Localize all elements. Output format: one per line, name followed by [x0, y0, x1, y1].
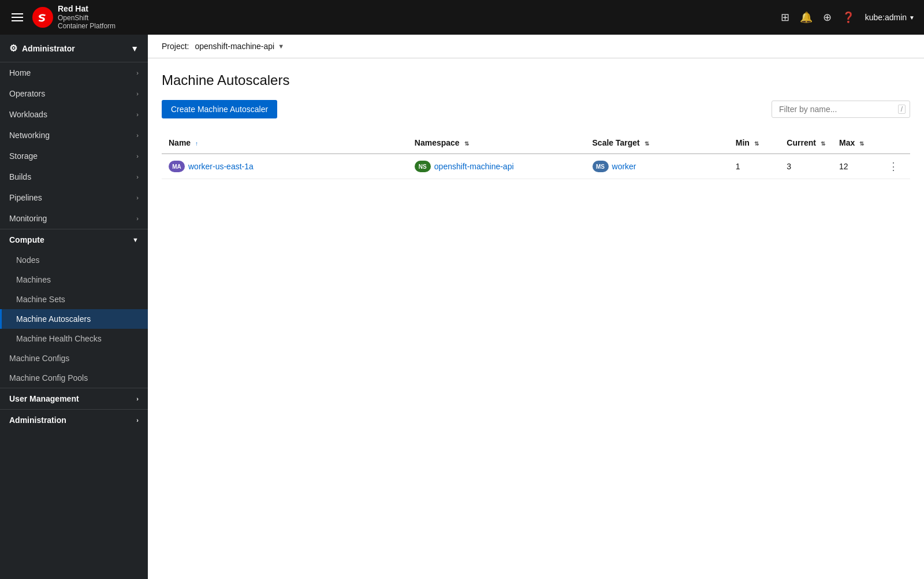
help-icon[interactable]: ❓ [842, 11, 855, 24]
col-header-current[interactable]: Current ⇅ [780, 132, 832, 154]
project-dropdown[interactable]: Project: openshift-machine-api ▼ [162, 42, 284, 51]
redhat-logo [32, 7, 53, 28]
pipelines-chevron: › [136, 194, 139, 201]
sidebar-item-machine-health-checks[interactable]: Machine Health Checks [0, 329, 148, 348]
name-link[interactable]: worker-us-east-1a [188, 162, 254, 171]
sidebar-section-administration[interactable]: Administration › [0, 409, 148, 430]
max-sort-icon: ⇅ [859, 140, 864, 147]
col-header-scale-target[interactable]: Scale Target ⇅ [586, 132, 729, 154]
table-cell-current: 3 [780, 154, 832, 179]
project-dropdown-chevron: ▼ [278, 43, 284, 50]
sidebar-item-machine-configs[interactable]: Machine Configs [0, 348, 148, 368]
sidebar-item-machines[interactable]: Machines [0, 270, 148, 290]
brand-text: Red Hat OpenShift Container Platform [58, 4, 116, 31]
add-icon[interactable]: ⊕ [823, 11, 832, 24]
networking-chevron: › [136, 132, 139, 139]
apps-grid-icon[interactable]: ⊞ [781, 11, 789, 24]
namespace-link[interactable]: openshift-machine-api [434, 162, 514, 171]
sidebar-item-operators[interactable]: Operators › [0, 83, 148, 104]
create-machine-autoscaler-button[interactable]: Create Machine Autoscaler [162, 100, 277, 118]
user-menu[interactable]: kube:admin ▼ [865, 13, 915, 22]
operators-chevron: › [136, 90, 139, 97]
sidebar-item-machine-autoscalers[interactable]: Machine Autoscalers [0, 309, 148, 329]
table-cell-min: 1 [729, 154, 780, 179]
sidebar-item-storage[interactable]: Storage › [0, 146, 148, 166]
sidebar-admin-toggle[interactable]: ⚙ Administrator ▼ [0, 35, 148, 62]
sidebar-item-home[interactable]: Home › [0, 62, 148, 83]
page-title: Machine Autoscalers [162, 72, 910, 88]
workloads-chevron: › [136, 111, 139, 118]
user-menu-chevron: ▼ [909, 14, 915, 21]
topnav: Red Hat OpenShift Container Platform ⊞ 🔔… [0, 0, 924, 35]
hamburger-menu[interactable] [9, 11, 25, 24]
project-label: Project: [162, 42, 189, 51]
sidebar-item-networking[interactable]: Networking › [0, 125, 148, 146]
col-header-name[interactable]: Name ↑ [162, 132, 408, 154]
col-header-min[interactable]: Min ⇅ [729, 132, 780, 154]
brand: Red Hat OpenShift Container Platform [32, 4, 116, 31]
storage-chevron: › [136, 153, 139, 159]
admin-chevron: ▼ [131, 44, 139, 53]
name-sort-icon: ↑ [195, 140, 198, 147]
sidebar-item-machine-config-pools[interactable]: Machine Config Pools [0, 368, 148, 388]
gear-icon: ⚙ [9, 43, 17, 54]
min-sort-icon: ⇅ [754, 140, 759, 147]
namespace-sort-icon: ⇅ [464, 140, 469, 147]
filter-input[interactable] [772, 101, 910, 118]
compute-chevron: ▼ [132, 236, 139, 243]
scale-target-sort-icon: ⇅ [644, 140, 649, 147]
table-cell-namespace: NS openshift-machine-api [408, 154, 586, 179]
administration-chevron: › [136, 417, 139, 424]
sidebar-section-compute[interactable]: Compute ▼ [0, 229, 148, 250]
machine-autoscalers-table: Name ↑ Namespace ⇅ Scale Target ⇅ Min [162, 132, 910, 179]
sidebar-admin-label: Administrator [22, 44, 75, 53]
monitoring-chevron: › [136, 215, 139, 222]
table-row: MA worker-us-east-1a NS openshift-machin… [162, 154, 910, 179]
table-cell-name: MA worker-us-east-1a [162, 154, 408, 179]
table-cell-scale-target: MS worker [586, 154, 729, 179]
ns-badge: NS [415, 161, 431, 172]
scale-target-link[interactable]: worker [612, 162, 636, 171]
user-mgmt-chevron: › [136, 395, 139, 402]
user-name: kube:admin [865, 13, 907, 22]
toolbar: Create Machine Autoscaler / [162, 100, 910, 118]
sidebar-section-user-management[interactable]: User Management › [0, 388, 148, 409]
sidebar-item-pipelines[interactable]: Pipelines › [0, 187, 148, 208]
sidebar-item-machine-sets[interactable]: Machine Sets [0, 290, 148, 309]
content-area: Machine Autoscalers Create Machine Autos… [148, 58, 924, 579]
scale-target-badge: MS [593, 161, 609, 172]
table-cell-max: 12 [832, 154, 877, 179]
sidebar-item-workloads[interactable]: Workloads › [0, 104, 148, 125]
filter-slash-icon: / [898, 105, 906, 114]
col-header-namespace[interactable]: Namespace ⇅ [408, 132, 586, 154]
name-badge: MA [169, 161, 185, 172]
project-bar: Project: openshift-machine-api ▼ [148, 35, 924, 58]
sidebar-item-builds[interactable]: Builds › [0, 166, 148, 187]
sidebar-item-monitoring[interactable]: Monitoring › [0, 208, 148, 229]
main-content: Project: openshift-machine-api ▼ Machine… [148, 35, 924, 579]
table-header: Name ↑ Namespace ⇅ Scale Target ⇅ Min [162, 132, 910, 154]
sidebar-item-nodes[interactable]: Nodes [0, 250, 148, 270]
sidebar: ⚙ Administrator ▼ Home › Operators › Wor… [0, 35, 148, 579]
home-chevron: › [136, 69, 139, 76]
table-body: MA worker-us-east-1a NS openshift-machin… [162, 154, 910, 179]
table-cell-actions: ⋮ [877, 154, 910, 179]
builds-chevron: › [136, 173, 139, 180]
col-header-max[interactable]: Max ⇅ [832, 132, 877, 154]
current-sort-icon: ⇅ [821, 140, 825, 147]
notifications-icon[interactable]: 🔔 [800, 11, 813, 24]
project-name: openshift-machine-api [195, 42, 274, 51]
filter-input-wrap: / [772, 101, 910, 118]
row-kebab-menu[interactable]: ⋮ [884, 158, 903, 175]
